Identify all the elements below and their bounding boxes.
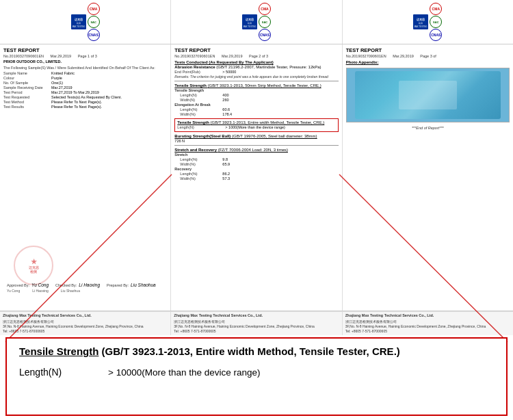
ts-tensile-header: Tensile Strength [174,88,338,92]
doc-date-1: Mar.29,2019 [51,54,72,58]
stretch-length: Length(%) 9.8 [174,157,338,161]
cnas-badge-3: CNAS [430,29,442,41]
logo-1: 迈克思 检测 MAX TESTING CMA SAC CNAS [71,3,100,41]
zoom-row-value: > 10000(More than the device range) [108,367,261,378]
fabric-fold [399,81,457,109]
footer-col-1: Zhajiang Max Testing Technical Services … [0,312,171,335]
cma-badge-2: CMA [259,3,271,15]
field-colour: Colour Purple [3,76,167,80]
field-no-sample: No. Of Sample One(1) [3,81,167,85]
sac-badge-3: SAC [430,16,442,28]
svg-text:检测: 检测 [419,22,423,25]
ts-elong-header: Elongation At Break [174,103,338,107]
header-section-1: 迈克思 检测 MAX TESTING CMA SAC CNAS [0,0,171,44]
doc-meta-3: No.20190327090601EN Mar.29,2019 Page 3 o… [346,54,510,58]
cma-badge-1: CMA [88,3,100,15]
sac-badge-2: SAC [259,16,271,28]
bursting-title: Bursting Strength(Steel Ball) (GB/T 1997… [174,134,338,138]
field-receiving-date: Sample Receiving Date Mar.27,2019 [3,86,167,90]
logo-2: 迈克思 检测 MAX TESTING CMA SAC CNAS [242,3,271,41]
footer-address-3: 3F,No. N-8 Haining Avenue, Haining Econo… [345,324,510,329]
doc-date-2: Mar.29,2019 [222,54,243,58]
zoom-highlight-box: Tensile Strength (GB/T 3923.1-2013, Enti… [5,337,508,416]
tensile-strip-test: Tensile Strength (GB/T 3923.1-2013, 50mm… [174,83,338,116]
ts-elong-length: Length(%) 60.6 [174,107,338,111]
tensile-strip-title: Tensile Strength (GB/T 3923.1-2013, 50mm… [174,83,338,88]
tensile-entire-title: Tensile Strength (GB/T 3923.1-2013, Enti… [177,120,335,124]
sac-badge-1: SAC [88,16,100,28]
footer-company-2: Zhajiang Max Testing Technical Services … [174,313,339,319]
divider-1 [174,81,338,81]
doc-page-3: Page 3 of [420,54,436,58]
doc-page-2: Page 2 of 3 [249,54,268,58]
tests-section-header: Tests Conducted (As Requested By The App… [174,60,338,64]
te-length-n: Length(N) > 1000(More than the device ra… [177,125,335,129]
cma-badge-3: CMA [430,3,442,15]
doc-meta-2: No.20190327090601EN Mar.29,2019 Page 2 o… [174,54,338,58]
footer-address-2: 3F,No. N-8 Haining Avenue, Haining Econo… [174,324,339,329]
zoom-title: Tensile Strength (GB/T 3923.1-2013, Enti… [19,345,494,357]
doc-column-2: TEST REPORT No.20190327090601EN Mar.29,2… [171,44,342,311]
logo-3: 迈克思 检测 MAX TESTING CMA SAC CNAS [413,3,442,41]
footer-chinese-2: 浙江迈克思检测技术服务有限公司 [174,319,339,324]
abrasion-title: Abrasion Resistance (GB/T 21196.2-2007, … [174,65,338,69]
field-test-requested: Test Requested Selected Tests(s) As Requ… [3,95,167,99]
doc-intro-1: The Following Sample(S) Was / Were Submi… [3,66,167,70]
stamp-star: ★ [29,258,39,265]
doc-title-3: TEST REPORT [346,47,510,53]
abrasion-endpoint: End Point(Rub) > 50000 [174,70,338,74]
document-header: 迈克思 检测 MAX TESTING CMA SAC CNAS 迈克思 检测 M… [0,0,513,44]
footer-address-1: 3F,No. N-8 Haining Avenue, Haining Econo… [3,324,168,329]
svg-text:迈克思: 迈克思 [416,18,425,21]
header-section-3: 迈克思 检测 MAX TESTING CMA SAC CNAS [343,0,513,44]
svg-text:迈克思: 迈克思 [245,18,254,21]
report-no-2: No.20190327090601EN [174,54,215,58]
doc-meta-1: No.20190327090601EN Mar.29,2019 Page 1 o… [3,54,167,58]
svg-text:MAX TESTING: MAX TESTING [72,25,85,28]
bursting-value: 726 N [174,139,338,143]
ts-elong-width: Width(%) 178.4 [174,112,338,116]
doc-column-3: TEST REPORT No.20190327090601EN Mar.29,2… [343,44,513,311]
maxtesting-logo-3: 迈克思 检测 MAX TESTING [413,14,428,29]
footer-strip: Zhajiang Max Testing Technical Services … [0,311,513,335]
ts-width-n: Width(N) 260 [174,98,338,102]
stretch-header: Stretch [174,153,338,157]
report-no-3: No.20190327090601EN [346,54,386,58]
photo-section-header: Photo Appendix: [346,60,510,64]
footer-col-2: Zhajiang Max Testing Technical Services … [171,312,342,335]
ts-length-n: Length(N) 400 [174,93,338,97]
fabric-photo [346,68,510,122]
recovery-length: Length(%) 86.2 [174,172,338,176]
footer-chinese-1: 浙江迈克思检测技术服务有限公司 [3,319,168,324]
maxtesting-logo-2: 迈克思 检测 MAX TESTING [242,14,257,29]
field-test-method: Test Method Please Refer To Next Page(s)… [3,100,167,104]
field-sample-name: Sample Name Knitted Fabric [3,71,167,75]
doc-page-1: Page 1 of 3 [78,54,97,58]
zoom-row-label: Length(N) [19,367,108,378]
svg-text:检测: 检测 [77,22,81,25]
sig-approved: Approved By: Yu Cong [7,283,49,287]
tensile-entire-highlight: Tensile Strength (GB/T 3923.1-2013, Enti… [174,118,338,132]
report-no-1: No.20190327090601EN [3,54,44,58]
zoom-title-rest: (GB/T 3923.1-2013, Entire width Method, … [98,345,399,357]
zoom-title-underlined: Tensile Strength [19,345,98,357]
cnas-badge-1: CNAS [88,29,100,41]
cnas-badge-2: CNAS [259,29,271,41]
doc-column-1: TEST REPORT No.20190327090601EN Mar.29,2… [0,44,171,311]
doc-date-3: Mar.29,2019 [393,54,414,58]
footer-col-3: Zhajiang Max Testing Technical Services … [343,312,513,335]
footer-chinese-3: 浙江迈克思检测技术服务有限公司 [345,319,510,324]
header-section-2: 迈克思 检测 MAX TESTING CMA SAC CNAS [171,0,342,44]
official-stamp: ★ 迈克思 检测 [14,246,55,287]
svg-text:MAX TESTING: MAX TESTING [415,25,428,28]
divider-2 [174,145,338,146]
field-test-period: Test Period Mar.27,2019 To Mar.29,2019 [3,90,167,94]
sig-prepared: Prepared By: Liu Shaohua [107,283,156,287]
maxtesting-logo-1: 迈克思 检测 MAX TESTING [71,14,86,29]
stretch-test: Stretch and Recovery (FZ/T 70006-2004 Lo… [174,148,338,181]
svg-text:迈克思: 迈克思 [74,18,83,21]
abrasion-remark: Remarks: The criterion for judging end p… [174,75,338,79]
footer-company-3: Zhajiang Max Testing Technical Services … [345,313,510,319]
recovery-width: Width(%) 57.3 [174,176,338,181]
footer-company-1: Zhajiang Max Testing Technical Services … [3,313,168,319]
